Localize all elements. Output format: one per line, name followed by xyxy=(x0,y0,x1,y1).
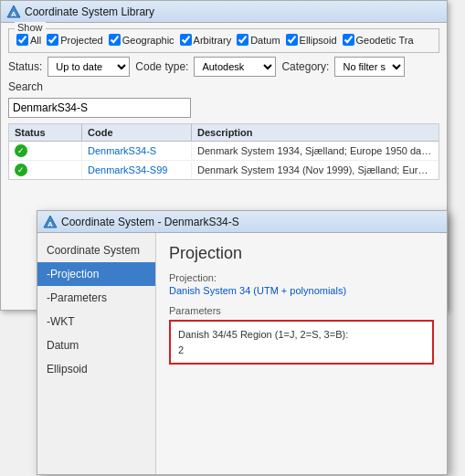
checkbox-ellipsoid-label: Ellipsoid xyxy=(300,35,337,46)
parameters-section: Parameters Danish 34/45 Region (1=J, 2=S… xyxy=(169,305,434,365)
detail-body: Coordinate System -Projection -Parameter… xyxy=(37,233,447,474)
table-header: Status Code Description xyxy=(9,124,439,142)
detail-sidebar: Coordinate System -Projection -Parameter… xyxy=(37,233,156,474)
row2-description: Denmark System 1934 (Nov 1999), Sjælland… xyxy=(192,162,439,178)
checkbox-all-label: All xyxy=(30,35,41,46)
category-select[interactable]: No filter s xyxy=(334,57,405,77)
detail-window-icon: A xyxy=(43,215,58,229)
checkbox-all[interactable]: All xyxy=(16,34,41,46)
table-row[interactable]: DenmarkS34-S Denmark System 1934, Sjælla… xyxy=(9,142,439,161)
row2-code[interactable]: DenmarkS34-S99 xyxy=(82,162,192,178)
sidebar-item-parameters[interactable]: -Parameters xyxy=(37,286,155,310)
sidebar-item-datum[interactable]: Datum xyxy=(37,333,155,357)
parameters-line1: Danish 34/45 Region (1=J, 2=S, 3=B): xyxy=(178,327,425,343)
show-checkboxes-row: All Projected Geographic Arbitrary Datum xyxy=(16,31,431,48)
checkbox-arbitrary-label: Arbitrary xyxy=(194,35,232,46)
row1-status xyxy=(9,142,82,160)
row1-code[interactable]: DenmarkS34-S xyxy=(82,143,192,159)
detail-title-bar: A Coordinate System - DenmarkS34-S xyxy=(37,211,447,233)
svg-text:A: A xyxy=(11,10,16,18)
col-status: Status xyxy=(9,124,82,141)
status-select[interactable]: Up to date xyxy=(48,57,130,77)
row1-description: Denmark System 1934, Sjælland; Europe 19… xyxy=(192,143,439,159)
checkbox-geographic-label: Geographic xyxy=(122,35,174,46)
svg-text:A: A xyxy=(48,220,53,228)
parameters-line2: 2 xyxy=(178,343,425,358)
main-window-title: Coordinate System Library xyxy=(25,5,154,18)
show-label: Show xyxy=(15,22,46,33)
results-table: Status Code Description DenmarkS34-S Den… xyxy=(8,123,439,180)
main-title-bar: A Coordinate System Library xyxy=(1,1,447,23)
projection-field-value: Danish System 34 (UTM + polynomials) xyxy=(169,285,434,296)
search-label: Search xyxy=(8,80,439,93)
table-row[interactable]: DenmarkS34-S99 Denmark System 1934 (Nov … xyxy=(9,161,439,179)
codetype-label: Code type: xyxy=(135,60,188,73)
content-title: Projection xyxy=(169,244,434,263)
col-description: Description xyxy=(192,124,439,141)
row2-status xyxy=(9,161,82,179)
checkbox-datum-label: Datum xyxy=(250,35,280,46)
codetype-select[interactable]: Autodesk xyxy=(194,57,276,77)
detail-window: A Coordinate System - DenmarkS34-S Coord… xyxy=(37,210,448,475)
category-label: Category: xyxy=(281,60,329,73)
col-code: Code xyxy=(82,124,192,141)
status-label: Status: xyxy=(8,60,42,73)
status-ok-icon xyxy=(15,164,27,176)
sidebar-item-wkt[interactable]: -WKT xyxy=(37,310,155,333)
detail-window-title: Coordinate System - DenmarkS34-S xyxy=(61,216,239,228)
sidebar-item-ellipsoid[interactable]: Ellipsoid xyxy=(37,357,155,381)
show-group: Show All Projected Geographic Arbitrary xyxy=(8,28,439,53)
search-section: Search xyxy=(8,80,439,118)
parameters-label: Parameters xyxy=(169,305,434,316)
checkbox-projected[interactable]: Projected xyxy=(47,34,102,46)
sidebar-item-projection[interactable]: -Projection xyxy=(37,262,155,286)
checkbox-geographic[interactable]: Geographic xyxy=(109,34,174,46)
checkbox-geodetic-label: Geodetic Tra xyxy=(356,35,414,46)
projection-field-label: Projection: xyxy=(169,272,434,283)
checkbox-projected-label: Projected xyxy=(60,35,102,46)
parameters-box: Danish 34/45 Region (1=J, 2=S, 3=B): 2 xyxy=(169,320,434,365)
checkbox-arbitrary[interactable]: Arbitrary xyxy=(180,34,232,46)
detail-content: Projection Projection: Danish System 34 … xyxy=(156,233,447,474)
checkbox-geodetic[interactable]: Geodetic Tra xyxy=(343,34,414,46)
status-ok-icon xyxy=(15,144,27,157)
main-window-body: Show All Projected Geographic Arbitrary xyxy=(1,23,447,185)
checkbox-ellipsoid[interactable]: Ellipsoid xyxy=(286,34,337,46)
search-input[interactable] xyxy=(8,98,191,118)
sidebar-item-coordinate-system[interactable]: Coordinate System xyxy=(37,238,155,262)
checkbox-datum[interactable]: Datum xyxy=(237,34,280,46)
filter-row: Status: Up to date Code type: Autodesk C… xyxy=(8,57,439,77)
main-window-icon: A xyxy=(6,5,21,19)
